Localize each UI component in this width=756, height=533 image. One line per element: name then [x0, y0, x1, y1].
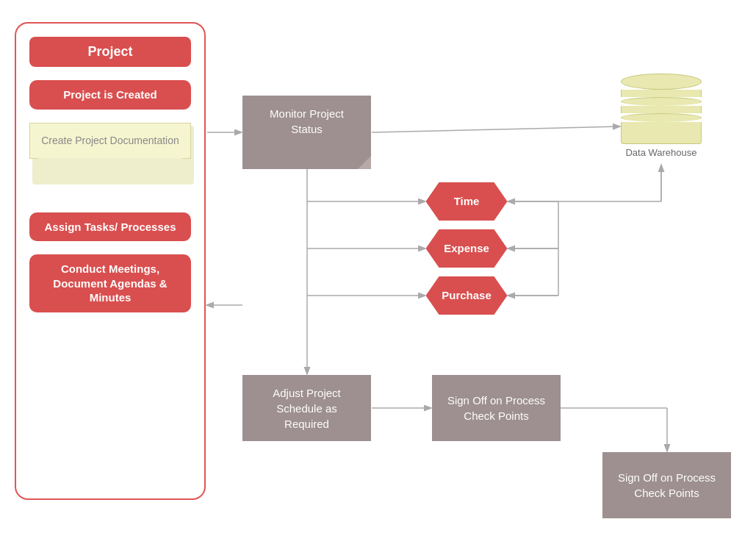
sign-off-2-box: Sign Off on Process Check Points	[602, 452, 731, 518]
cylinder-ring2	[621, 113, 702, 122]
svg-text:Expense: Expense	[444, 242, 489, 254]
cylinder-ring1	[621, 97, 702, 106]
diagram-container: Project Project is Created Create Projec…	[0, 0, 756, 533]
data-warehouse-label: Data Warehouse	[625, 147, 696, 158]
cylinder-stripe2	[621, 106, 702, 113]
purchase-hex: Purchase	[426, 276, 507, 315]
cylinder-top	[621, 74, 702, 90]
left-panel: Project Project is Created Create Projec…	[15, 22, 206, 500]
conduct-meetings-box: Conduct Meetings, Document Agendas & Min…	[29, 254, 191, 312]
cylinder-base	[621, 122, 702, 144]
svg-text:Time: Time	[454, 195, 480, 207]
expense-hex: Expense	[426, 229, 507, 268]
assign-tasks-box: Assign Tasks/ Processes	[29, 212, 191, 242]
monitor-status-box: Monitor Project Status	[242, 96, 371, 169]
adjust-schedule-box: Adjust Project Schedule as Required	[242, 375, 371, 441]
project-title: Project	[29, 37, 191, 67]
time-hex: Time	[426, 182, 507, 221]
cylinder-stripe1	[621, 90, 702, 97]
svg-text:Purchase: Purchase	[442, 289, 492, 301]
data-warehouse: Data Warehouse	[621, 74, 702, 158]
project-created-box: Project is Created	[29, 80, 191, 110]
sign-off-1-box: Sign Off on Process Check Points	[432, 375, 561, 441]
create-docs-wrapper: Create Project Documentation	[29, 123, 191, 182]
create-docs-box: Create Project Documentation	[29, 123, 191, 160]
svg-line-7	[372, 126, 619, 132]
